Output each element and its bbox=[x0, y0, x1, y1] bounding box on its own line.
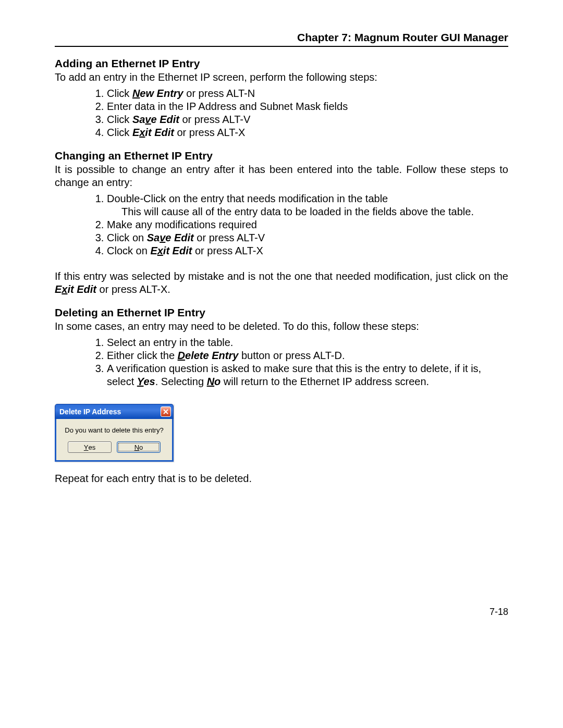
text: Click bbox=[107, 114, 132, 125]
text: es bbox=[88, 443, 95, 451]
text: Clock on bbox=[107, 245, 150, 256]
text: E bbox=[150, 245, 157, 256]
step-item: Select an entry in the table. bbox=[107, 336, 508, 349]
header-rule bbox=[55, 46, 508, 47]
heading-adding: Adding an Ethernet IP Entry bbox=[55, 57, 508, 70]
dialog-delete-ip: Delete IP Address Do you want to delete … bbox=[55, 404, 174, 462]
heading-deleting: Deleting an Ethernet IP Entry bbox=[55, 306, 508, 319]
text: . Selecting bbox=[155, 376, 207, 387]
text: or press ALT-X bbox=[174, 127, 245, 138]
text: Sa bbox=[147, 232, 160, 243]
intro-adding: To add an entry in the Ethernet IP scree… bbox=[55, 71, 508, 84]
after-deleting: Repeat for each entry that is to be dele… bbox=[55, 472, 508, 485]
dialog-titlebar[interactable]: Delete IP Address bbox=[55, 404, 174, 419]
dialog-body: Do you want to delete this entry? Yes No bbox=[55, 419, 174, 462]
step-item: A verification question is asked to make… bbox=[107, 362, 508, 388]
text: elete Entry bbox=[185, 350, 238, 361]
text: Click bbox=[107, 88, 132, 99]
text: es bbox=[143, 376, 155, 387]
text: will return to the Ethernet IP address s… bbox=[221, 376, 429, 387]
text: or press ALT-X bbox=[192, 245, 263, 256]
text: or press ALT-X. bbox=[96, 283, 170, 295]
chapter-header: Chapter 7: Magnum Router GUI Manager bbox=[55, 31, 508, 44]
text: button or press ALT-D. bbox=[238, 350, 345, 361]
heading-changing: Changing an Ethernet IP Entry bbox=[55, 150, 508, 162]
text: Double-Click on the entry that needs mod… bbox=[107, 193, 388, 204]
intro-changing: It is possible to change an entry after … bbox=[55, 163, 508, 189]
text: E bbox=[132, 127, 139, 138]
step-item: Click New Entry or press ALT-N bbox=[107, 87, 508, 100]
step-item: Clock on Exit Edit or press ALT-X bbox=[107, 244, 508, 257]
step-item: Click on Save Edit or press ALT-V bbox=[107, 231, 508, 244]
text: If this entry was selected by mistake an… bbox=[55, 270, 508, 282]
text: e Edit bbox=[151, 114, 179, 125]
intro-deleting: In some cases, an entry may need to be d… bbox=[55, 320, 508, 333]
text: Click on bbox=[107, 232, 147, 243]
dialog-message: Do you want to delete this entry? bbox=[60, 426, 168, 434]
mnemonic: N bbox=[134, 443, 139, 451]
page: Chapter 7: Magnum Router GUI Manager Add… bbox=[0, 0, 563, 728]
dialog-title: Delete IP Address bbox=[59, 408, 121, 416]
mnemonic: v bbox=[160, 232, 165, 243]
mnemonic: Y bbox=[84, 443, 89, 451]
note-changing: If this entry was selected by mistake an… bbox=[55, 270, 508, 296]
close-icon[interactable] bbox=[161, 406, 171, 417]
text: it Edit bbox=[67, 283, 96, 295]
step-item: Click Save Edit or press ALT-V bbox=[107, 113, 508, 126]
mnemonic: D bbox=[178, 350, 185, 361]
steps-adding: Click New Entry or press ALT-N Enter dat… bbox=[55, 87, 508, 139]
mnemonic: v bbox=[145, 114, 151, 125]
mnemonic: x bbox=[139, 127, 145, 138]
no-button[interactable]: No bbox=[117, 441, 161, 453]
text: Click bbox=[107, 127, 132, 138]
text: e Edit bbox=[165, 232, 193, 243]
step-item: Double-Click on the entry that needs mod… bbox=[107, 192, 508, 218]
text: or press ALT-V bbox=[179, 114, 250, 125]
mnemonic: N bbox=[207, 376, 214, 387]
mnemonic: N bbox=[132, 88, 140, 99]
text: it Edit bbox=[163, 245, 192, 256]
text: ew Entry bbox=[140, 88, 183, 99]
text: it Edit bbox=[145, 127, 174, 138]
text: or press ALT-N bbox=[183, 88, 255, 99]
step-item: Make any modifications required bbox=[107, 218, 508, 231]
text: Sa bbox=[132, 114, 145, 125]
text: Either click the bbox=[107, 350, 178, 361]
text: or press ALT-V bbox=[194, 232, 265, 243]
dialog-buttons: Yes No bbox=[60, 441, 168, 455]
text: E bbox=[55, 283, 62, 295]
mnemonic: Y bbox=[137, 376, 144, 387]
yes-button[interactable]: Yes bbox=[68, 441, 112, 453]
sub-step: This will cause all of the entry data to… bbox=[121, 205, 508, 218]
step-item: Either click the Delete Entry button or … bbox=[107, 349, 508, 362]
step-item: Click Exit Edit or press ALT-X bbox=[107, 126, 508, 139]
steps-deleting: Select an entry in the table. Either cli… bbox=[55, 336, 508, 388]
mnemonic: x bbox=[157, 245, 163, 256]
mnemonic: x bbox=[62, 283, 67, 295]
page-number: 7-18 bbox=[489, 607, 508, 618]
steps-changing: Double-Click on the entry that needs mod… bbox=[55, 192, 508, 257]
step-item: Enter data in the IP Address and Subnet … bbox=[107, 100, 508, 113]
text: o bbox=[214, 376, 221, 387]
text: o bbox=[139, 443, 143, 451]
